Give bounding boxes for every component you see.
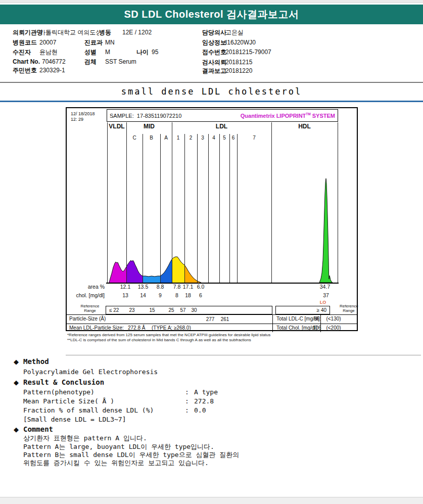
result-row-value: A type	[194, 388, 218, 396]
brand-name: Quantimetrix LIPOPRINT	[241, 113, 306, 119]
blue-rule	[0, 101, 423, 102]
result-row-label: Fraction % of small dense LDL (%)	[23, 406, 154, 414]
mean-particle-note: (TYPE A; ≥268.0)	[152, 325, 191, 331]
band-label-a: A	[160, 135, 172, 143]
receipt-no-value: 20181215-79007	[225, 49, 271, 56]
group-label-vldl: VLDL	[107, 123, 126, 133]
result-row-colon: :	[185, 388, 189, 396]
department-value: MN	[105, 39, 115, 46]
group-label-ldl: LDL	[172, 123, 271, 133]
table-divider-1	[272, 314, 273, 332]
resident-no-label: 주민번호	[13, 67, 37, 74]
specimen-value: SST Serum	[105, 58, 136, 65]
receipt-no-label: 접수번호	[202, 49, 226, 56]
grid-line-5-6	[229, 134, 230, 283]
brand-suffix: SYSTEM	[311, 113, 335, 119]
age-value: 95	[152, 49, 158, 56]
ref-ldl1: 57	[177, 307, 189, 313]
area-vldl: 12.1	[116, 284, 134, 290]
report-date-value: 20181220	[225, 67, 252, 74]
comment-line: 상기환자 표현형은 pattern A 입니다.	[23, 434, 147, 442]
chol-ldl2: 6	[192, 292, 210, 299]
band-label-c: C	[126, 135, 143, 143]
sex-label: 성별	[84, 49, 97, 56]
total-chol-label: Total Chol. [mg/dl]:	[276, 325, 318, 331]
area-ldl2: 6.0	[192, 284, 210, 290]
grid-line-vldl-mid	[126, 122, 127, 283]
doctor-label: 담당의사	[202, 29, 226, 36]
ldl2-tail	[184, 265, 201, 283]
resident-no-value: 230329-1	[39, 67, 65, 74]
result-note: [Small dense LDL = LDL3~7]	[23, 416, 126, 423]
ward-value: 12E / 1202	[122, 29, 152, 36]
chart-footnotes: *Reference ranges derived from 125 serum…	[67, 333, 270, 342]
table-line-2	[67, 324, 357, 324]
particle-size-ldl4: 261	[216, 316, 234, 323]
brand-tm: TM	[306, 112, 310, 116]
age-label: 나이	[136, 49, 149, 56]
comment-line: Pattern A는 large, buoyant LDL이 우세한 type입…	[23, 443, 214, 450]
sample-header: SAMPLE: 17-835119072210 Quantimetrix LIP…	[107, 109, 338, 122]
order-date-label: 검사의뢰	[202, 59, 226, 66]
grid-line-b-a	[160, 134, 161, 283]
ward-label: 병동	[99, 29, 111, 36]
chart-baseline	[106, 283, 339, 284]
comment-line: Pattern B는 small dense LDL이 우세한 type으로 심…	[23, 451, 239, 459]
total-ldl-ref: (<130)	[322, 316, 345, 322]
band-label-4: 4	[208, 135, 219, 143]
report-page: SD LDL Cholesterol 검사결과보고서 의뢰기관명 가톨릭대학교 …	[0, 0, 423, 504]
ref-range-box-hdl: ≥ 40	[275, 306, 330, 314]
grid-line-3-4	[208, 134, 209, 283]
doctor-value: 고은실	[225, 29, 244, 36]
table-line-1	[67, 314, 357, 315]
grid-line-1-2	[184, 134, 185, 283]
diamond-bullet-icon: ◆	[14, 426, 19, 433]
ref-mid-b: 15	[146, 307, 158, 313]
grid-line-c-b	[143, 134, 143, 283]
page-top-strip	[0, 0, 423, 3]
comment-heading: Comment	[23, 425, 53, 433]
chol-row-label: chol. [mg/dl]	[74, 292, 105, 299]
grid-line-ldl-hdl	[271, 122, 272, 283]
method-section-rule	[66, 355, 421, 355]
ref-hdl: ≥ 40	[317, 307, 326, 313]
area-mid-c: 13.5	[134, 284, 152, 290]
result-row-colon: :	[185, 406, 189, 414]
band-label-1: 1	[172, 135, 184, 143]
ref-range-label-right: Reference Range	[340, 304, 358, 313]
result-row-label: Pattern(phenotype)	[23, 388, 95, 396]
result-row-value: 272.8	[194, 397, 214, 405]
sample-id-text: SAMPLE: 17-835119072210	[110, 113, 181, 119]
band-label-6: 6	[229, 135, 237, 143]
grid-line-4-5	[219, 134, 220, 283]
order-date-value: 20181215	[225, 59, 252, 66]
particle-size-label: Particle-Size (Å)	[69, 316, 106, 322]
clinical-info-value: I16J20WJ0	[225, 39, 256, 46]
group-label-mid: MID	[126, 123, 172, 133]
result-row-label: Mean Particle Size( Å )	[23, 397, 114, 405]
sample-id: 17-835119072210	[137, 113, 182, 119]
grid-line-plot-left	[107, 122, 108, 283]
vldl-peak	[109, 262, 126, 283]
result-row-value: 0.0	[194, 406, 206, 414]
total-ldl-value: 56	[314, 316, 319, 322]
grid-line-6-7	[237, 134, 238, 283]
band-label-b: B	[143, 135, 160, 143]
grid-line-mid-ldl	[172, 122, 172, 283]
band-label-3: 3	[197, 135, 208, 143]
chol-vldl: 13	[116, 292, 134, 299]
grid-line-hdl-right	[338, 122, 338, 283]
method-body: Polyacrylamide Gel Electrophoresis	[23, 368, 158, 376]
patient-name-value: 윤남현	[39, 49, 58, 56]
table-divider-2	[320, 314, 321, 332]
ref-label-line1: Reference	[340, 304, 358, 308]
band-label-7: 7	[237, 135, 271, 143]
group-label-hdl: HDL	[271, 123, 338, 133]
patient-name-label: 수진자	[13, 49, 31, 56]
band-label-2: 2	[184, 135, 197, 143]
band-label-5: 5	[219, 135, 229, 143]
chart-datetime: 12/ 18/2018 12: 29	[71, 111, 95, 122]
area-mid-b: 8.8	[151, 284, 169, 290]
lipoprint-chart: 12/ 18/2018 12: 29 SAMPLE: 17-8351190722…	[66, 107, 358, 331]
chol-mid-c: 14	[134, 292, 152, 299]
